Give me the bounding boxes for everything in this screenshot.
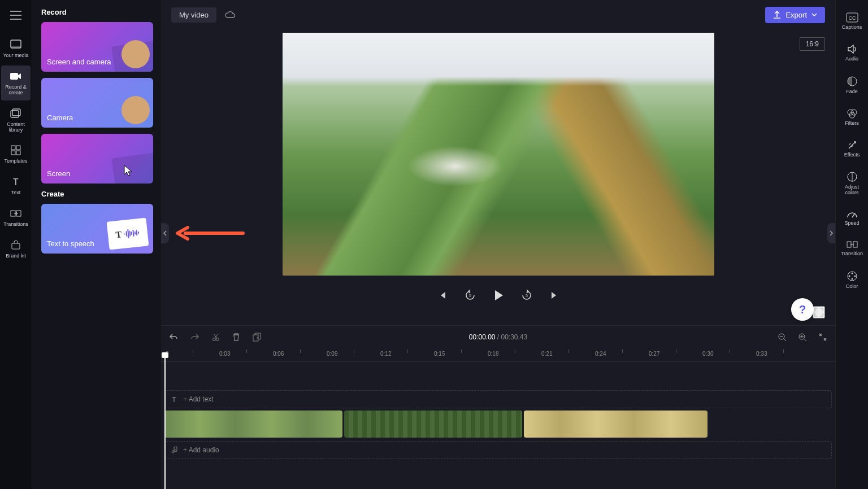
main-area: My video Export 16:9 5 5 ? [161, 0, 835, 489]
delete-button[interactable] [230, 330, 242, 344]
sidebar-item-record-create[interactable]: Record & create [1, 66, 31, 101]
ruler-tick: 0:33 [756, 351, 767, 357]
ruler-tick: 0:21 [541, 351, 552, 357]
sidebar-item-content-library[interactable]: Content library [1, 103, 31, 138]
collapse-panel-button[interactable] [161, 223, 169, 243]
skip-start-button[interactable] [435, 288, 450, 303]
ruler-tick: 0:03 [219, 351, 230, 357]
sidebar-item-transitions[interactable]: Transitions [1, 203, 31, 232]
export-button[interactable]: Export [765, 7, 825, 23]
add-text-track[interactable]: T + Add text [164, 390, 832, 408]
playhead[interactable] [164, 354, 166, 489]
duplicate-button[interactable]: + [250, 330, 264, 344]
cloud-sync-icon[interactable] [224, 10, 236, 19]
sidebar-label: Brand kit [6, 254, 26, 259]
play-button[interactable] [491, 287, 506, 304]
svg-text:CC: CC [848, 15, 856, 21]
collapse-right-panel-button[interactable] [827, 223, 835, 243]
right-sidebar: CCCaptions Audio Fade Filters Effects Ad… [835, 0, 868, 489]
sidebar-item-color[interactable]: Color [837, 265, 867, 295]
zoom-out-button[interactable] [775, 330, 789, 344]
rewind-button[interactable]: 5 [462, 287, 478, 303]
ruler-tick: 0:30 [702, 351, 713, 357]
sidebar-item-your-media[interactable]: Your media [1, 34, 31, 63]
annotation-arrow [175, 226, 245, 243]
help-button[interactable]: ? [791, 298, 814, 321]
sidebar-label: Content library [2, 122, 29, 133]
sidebar-item-fade[interactable]: Fade [837, 70, 867, 101]
add-audio-label: + Add audio [183, 446, 219, 454]
sidebar-item-captions[interactable]: CCCaptions [837, 7, 867, 36]
sidebar-label: Filters [845, 121, 859, 126]
fullscreen-button[interactable] [813, 306, 825, 318]
svg-text:5: 5 [526, 294, 528, 298]
timeline-ruler[interactable]: 00:030:060:090:120:150:180:210:240:270:3… [161, 348, 835, 362]
svg-text:5: 5 [469, 294, 471, 298]
add-audio-track[interactable]: + Add audio [164, 441, 832, 459]
timeline-zoom-controls [775, 330, 830, 344]
zoom-fit-button[interactable] [816, 330, 830, 344]
sidebar-item-text[interactable]: T Text [1, 171, 31, 200]
sidebar-item-adjust-colors[interactable]: Adjust colors [837, 165, 867, 202]
ruler-tick: 0:18 [488, 351, 498, 357]
library-icon [10, 107, 22, 120]
add-text-label: + Add text [183, 395, 214, 403]
card-text-to-speech[interactable]: T Text to speech [41, 204, 153, 254]
sidebar-item-audio[interactable]: Audio [837, 38, 867, 68]
chevron-left-icon [163, 230, 167, 236]
video-track [164, 411, 832, 438]
avatar [121, 40, 150, 68]
svg-rect-12 [12, 243, 20, 249]
svg-rect-7 [11, 151, 15, 155]
total-time: / [497, 333, 501, 341]
filters-icon [847, 108, 858, 119]
transition-icon [847, 240, 858, 249]
card-screen[interactable]: Screen [41, 134, 153, 184]
ruler-tick: 0:24 [595, 351, 606, 357]
card-screen-and-camera[interactable]: Screen and camera [41, 22, 153, 72]
video-clip[interactable] [164, 411, 342, 438]
svg-text:T: T [172, 395, 176, 403]
video-preview[interactable] [283, 33, 714, 276]
forward-button[interactable]: 5 [519, 287, 535, 303]
svg-text:T: T [13, 177, 19, 187]
timeline-body: T + Add text + Add audio [161, 362, 835, 489]
video-clip[interactable] [524, 411, 708, 438]
sidebar-label: Your media [3, 53, 28, 59]
video-clip[interactable] [344, 411, 522, 438]
card-camera[interactable]: Camera [41, 78, 153, 128]
aspect-ratio-button[interactable]: 16:9 [800, 37, 825, 51]
sidebar-item-speed[interactable]: Speed [837, 204, 867, 232]
chevron-right-icon [830, 230, 833, 236]
sidebar-label: Captions [842, 25, 862, 30]
svg-point-34 [854, 276, 856, 277]
sidebar-label: Adjust colors [839, 185, 866, 196]
undo-button[interactable] [167, 331, 180, 343]
avatar [121, 96, 150, 124]
text-icon: T [171, 395, 177, 403]
project-title[interactable]: My video [171, 7, 216, 23]
ruler-tick: 0:27 [649, 351, 659, 357]
svg-text:+: + [256, 335, 259, 340]
card-label: Screen [47, 169, 70, 178]
cut-button[interactable] [210, 330, 222, 344]
ruler-tick: 0:12 [380, 351, 391, 357]
zoom-in-button[interactable] [796, 330, 809, 344]
menu-button[interactable] [1, 5, 31, 26]
svg-rect-30 [847, 242, 851, 247]
svg-point-33 [851, 273, 853, 274]
redo-button[interactable] [188, 331, 202, 343]
brand-kit-icon [10, 239, 22, 251]
effects-icon [847, 140, 857, 150]
sidebar-item-templates[interactable]: Templates [1, 139, 31, 169]
sidebar-item-effects[interactable]: Effects [837, 134, 867, 164]
sidebar-item-filters[interactable]: Filters [837, 103, 867, 132]
sidebar-item-brand-kit[interactable]: Brand kit [1, 234, 31, 264]
ruler-tick: 0:06 [273, 351, 284, 357]
topbar: My video Export [161, 0, 835, 29]
skip-end-button[interactable] [547, 288, 562, 303]
sidebar-item-transition[interactable]: Transition [837, 234, 867, 263]
sidebar-label: Transitions [3, 222, 28, 228]
timeline-timecode: 00:00.00 / 00:30.43 [469, 333, 527, 341]
preview-stage: 16:9 5 5 ? [161, 29, 835, 325]
